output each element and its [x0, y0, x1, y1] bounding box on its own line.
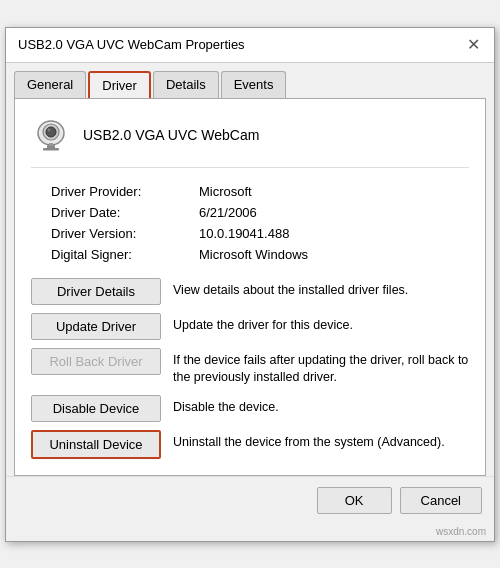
button-row-roll-back: Roll Back Driver If the device fails aft… — [31, 348, 469, 387]
tab-details[interactable]: Details — [153, 71, 219, 98]
window-title: USB2.0 VGA UVC WebCam Properties — [18, 37, 245, 52]
update-driver-desc: Update the driver for this device. — [173, 313, 469, 335]
prop-value-3: Microsoft Windows — [199, 247, 469, 262]
ok-button[interactable]: OK — [317, 487, 392, 514]
driver-details-button[interactable]: Driver Details — [31, 278, 161, 305]
dialog-footer: OK Cancel — [6, 476, 494, 524]
driver-details-desc: View details about the installed driver … — [173, 278, 469, 300]
tab-content-driver: USB2.0 VGA UVC WebCam Driver Provider: M… — [14, 98, 486, 476]
prop-label-0: Driver Provider: — [51, 184, 191, 199]
button-row-update-driver: Update Driver Update the driver for this… — [31, 313, 469, 340]
roll-back-driver-button[interactable]: Roll Back Driver — [31, 348, 161, 375]
prop-value-1: 6/21/2006 — [199, 205, 469, 220]
svg-rect-5 — [43, 148, 59, 151]
prop-value-2: 10.0.19041.488 — [199, 226, 469, 241]
tab-events[interactable]: Events — [221, 71, 287, 98]
uninstall-device-desc: Uninstall the device from the system (Ad… — [173, 430, 469, 452]
close-button[interactable]: ✕ — [464, 36, 482, 54]
device-name: USB2.0 VGA UVC WebCam — [83, 127, 259, 143]
device-header: USB2.0 VGA UVC WebCam — [31, 115, 469, 168]
button-row-driver-details: Driver Details View details about the in… — [31, 278, 469, 305]
cancel-button[interactable]: Cancel — [400, 487, 482, 514]
prop-value-0: Microsoft — [199, 184, 469, 199]
disable-device-desc: Disable the device. — [173, 395, 469, 417]
roll-back-desc: If the device fails after updating the d… — [173, 348, 469, 387]
button-row-disable-device: Disable Device Disable the device. — [31, 395, 469, 422]
properties-dialog: USB2.0 VGA UVC WebCam Properties ✕ Gener… — [5, 27, 495, 542]
prop-label-3: Digital Signer: — [51, 247, 191, 262]
prop-label-1: Driver Date: — [51, 205, 191, 220]
svg-point-3 — [48, 128, 51, 131]
svg-point-2 — [46, 127, 56, 137]
tab-strip: General Driver Details Events — [6, 63, 494, 98]
svg-rect-6 — [49, 143, 53, 146]
watermark: wsxdn.com — [6, 524, 494, 541]
update-driver-button[interactable]: Update Driver — [31, 313, 161, 340]
properties-section: Driver Provider: Microsoft Driver Date: … — [31, 184, 469, 262]
action-buttons: Driver Details View details about the in… — [31, 278, 469, 459]
device-icon — [31, 115, 71, 155]
prop-label-2: Driver Version: — [51, 226, 191, 241]
tab-general[interactable]: General — [14, 71, 86, 98]
uninstall-device-button[interactable]: Uninstall Device — [31, 430, 161, 459]
tab-driver[interactable]: Driver — [88, 71, 151, 98]
button-row-uninstall-device: Uninstall Device Uninstall the device fr… — [31, 430, 469, 459]
title-bar: USB2.0 VGA UVC WebCam Properties ✕ — [6, 28, 494, 63]
disable-device-button[interactable]: Disable Device — [31, 395, 161, 422]
